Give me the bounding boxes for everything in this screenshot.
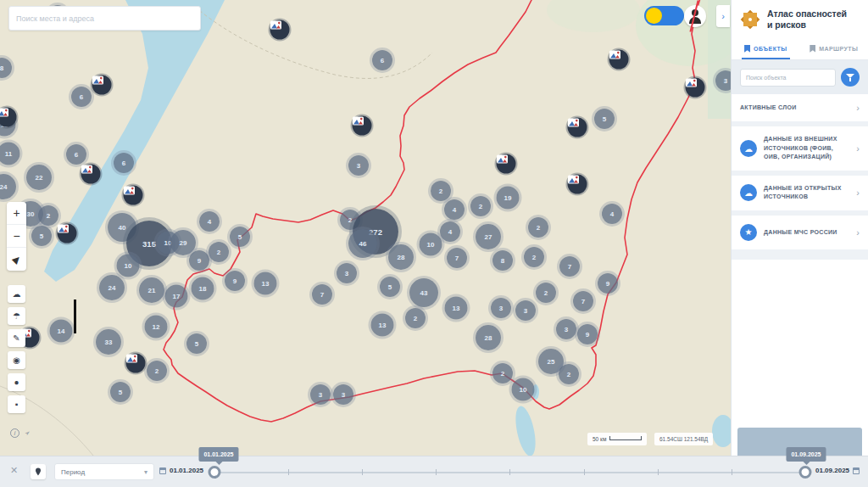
tab-routes[interactable]: МАРШРУТЫ xyxy=(800,37,868,59)
map-cluster[interactable]: 7 xyxy=(559,256,580,277)
tool-button[interactable]: ▪ xyxy=(8,395,25,413)
map-cluster[interactable]: 33 xyxy=(96,329,121,355)
map-cluster[interactable]: 27 xyxy=(476,224,501,249)
map-cluster[interactable]: 5 xyxy=(110,382,131,402)
filter-button[interactable] xyxy=(841,68,860,87)
tool-button[interactable]: ☂ xyxy=(8,307,25,325)
map-cluster[interactable]: 10 xyxy=(512,378,535,401)
map-cluster[interactable]: 7 xyxy=(573,291,593,311)
map-cluster[interactable]: 2 xyxy=(536,283,556,303)
tool-button[interactable]: ● xyxy=(8,373,25,391)
map-cluster[interactable]: 2 xyxy=(405,308,426,328)
map-cluster[interactable]: 3 xyxy=(491,298,511,318)
map-cluster[interactable]: 5 xyxy=(594,109,615,129)
map-cluster[interactable]: 4 xyxy=(444,199,465,220)
zoom-out-button[interactable]: − xyxy=(7,225,26,248)
pin-button[interactable] xyxy=(31,464,46,479)
map-cluster[interactable]: 10 xyxy=(420,233,442,256)
object-search-input[interactable] xyxy=(740,69,836,87)
map-cluster[interactable]: 9 xyxy=(598,273,618,294)
map-cluster[interactable]: 6 xyxy=(372,50,392,70)
map-cluster[interactable]: 24 xyxy=(99,275,125,300)
sidebar-item-external-sources[interactable]: ☁ ДАННЫЕ ИЗ ВНЕШНИХ ИСТОЧНИКОВ (ФОИВ, ОИ… xyxy=(732,126,868,171)
map-cluster[interactable]: 3 xyxy=(333,384,353,405)
map-cluster[interactable]: 10 xyxy=(117,255,140,277)
map-cluster[interactable]: 17 xyxy=(165,285,188,308)
map-cluster[interactable]: 2 xyxy=(431,181,451,201)
map-cluster[interactable]: 28 xyxy=(476,325,501,350)
map-cluster[interactable]: 28 xyxy=(388,244,414,270)
map-cluster[interactable]: 3 xyxy=(515,300,536,321)
camera-marker[interactable] xyxy=(497,154,516,174)
map-cluster[interactable]: 3 xyxy=(715,70,731,91)
info-icon[interactable]: i xyxy=(10,428,19,438)
map-cluster[interactable]: 2 xyxy=(470,196,491,216)
map-cluster[interactable]: 14 xyxy=(50,320,73,343)
map-cluster[interactable]: 5 xyxy=(31,226,52,246)
timeline-close-button[interactable]: ✕ xyxy=(10,465,18,476)
map-cluster[interactable]: 9 xyxy=(577,324,598,344)
map-cluster[interactable]: 12 xyxy=(145,316,168,339)
map-cluster[interactable]: 19 xyxy=(497,187,520,210)
map-cluster[interactable]: 46 xyxy=(348,229,377,258)
map-cluster[interactable]: 29 xyxy=(170,230,196,255)
camera-marker[interactable] xyxy=(609,50,629,70)
map-cluster[interactable]: 6 xyxy=(71,87,92,107)
map-canvas[interactable]: 6861311662224635330240315102954295102421… xyxy=(0,0,731,456)
sidebar-collapse-button[interactable]: › xyxy=(716,5,730,27)
map-cluster[interactable]: 2 xyxy=(38,205,58,226)
map-cluster[interactable]: 43 xyxy=(409,278,438,307)
map-cluster[interactable]: 5 xyxy=(186,333,207,354)
period-dropdown[interactable]: Период ▾ xyxy=(54,463,154,480)
camera-marker[interactable] xyxy=(126,354,146,373)
map-cluster[interactable]: 4 xyxy=(199,211,220,232)
map-cluster[interactable]: 2 xyxy=(209,242,229,262)
map-cluster[interactable]: 3 xyxy=(348,155,369,176)
map-cluster[interactable]: 5 xyxy=(230,227,250,247)
camera-marker[interactable] xyxy=(58,224,77,244)
map-cluster[interactable]: 2 xyxy=(147,361,167,381)
map-cluster[interactable]: 8 xyxy=(492,250,513,271)
camera-marker[interactable] xyxy=(568,175,587,194)
locate-button[interactable]: ▶ xyxy=(7,248,26,271)
camera-marker[interactable] xyxy=(81,165,101,184)
camera-marker[interactable] xyxy=(124,186,143,205)
map-cluster[interactable]: 13 xyxy=(371,314,394,337)
map-cluster[interactable]: 3 xyxy=(310,384,331,405)
map-cluster[interactable]: 9 xyxy=(189,250,209,271)
camera-marker[interactable] xyxy=(92,76,112,95)
map-cluster[interactable]: 13 xyxy=(445,297,468,320)
map-cluster[interactable]: 4 xyxy=(602,204,622,224)
map-cluster[interactable]: 3 xyxy=(556,319,576,339)
map-mode-toggle[interactable] xyxy=(644,6,684,25)
map-cluster[interactable]: 9 xyxy=(225,271,245,291)
map-cluster[interactable]: 2 xyxy=(492,363,513,383)
map-cluster[interactable]: 2 xyxy=(559,364,579,384)
map-cluster[interactable]: 21 xyxy=(139,277,164,303)
map-cluster[interactable]: 18 xyxy=(192,277,214,300)
timeline-start-handle[interactable] xyxy=(209,466,221,479)
camera-marker[interactable] xyxy=(270,20,290,40)
tool-button[interactable]: ◉ xyxy=(8,351,25,369)
camera-marker[interactable] xyxy=(686,78,705,98)
tab-objects[interactable]: ОБЪЕКТЫ xyxy=(732,37,800,59)
map-cluster[interactable]: 6 xyxy=(114,153,134,173)
map-cluster[interactable]: 22 xyxy=(26,165,52,190)
tool-button[interactable]: ✎ xyxy=(8,329,25,347)
map-search-input[interactable] xyxy=(8,6,201,31)
sidebar-item-mchs-data[interactable]: ★ ДАННЫЕ МЧС РОССИИ › xyxy=(732,216,868,249)
map-cluster[interactable]: 5 xyxy=(380,277,400,297)
tool-button[interactable]: ☁ xyxy=(8,285,25,303)
map-cluster[interactable]: 4 xyxy=(440,221,460,242)
map-cluster[interactable]: 3 xyxy=(337,263,357,283)
camera-marker[interactable] xyxy=(353,116,372,136)
map-cluster[interactable]: 7 xyxy=(447,248,467,268)
map-cluster[interactable]: 7 xyxy=(312,284,332,305)
zoom-in-button[interactable]: + xyxy=(7,202,26,225)
sidebar-item-active-layers[interactable]: АКТИВНЫЕ СЛОИ › xyxy=(732,94,868,121)
map-cluster[interactable]: 2 xyxy=(528,217,548,238)
map-cluster[interactable]: 2 xyxy=(524,247,544,267)
map-cluster[interactable]: 6 xyxy=(66,144,86,165)
sidebar-item-open-sources[interactable]: ☁ ДАННЫЕ ИЗ ОТКРЫТЫХ ИСТОЧНИКОВ › xyxy=(732,176,868,210)
camera-marker[interactable] xyxy=(568,118,587,137)
